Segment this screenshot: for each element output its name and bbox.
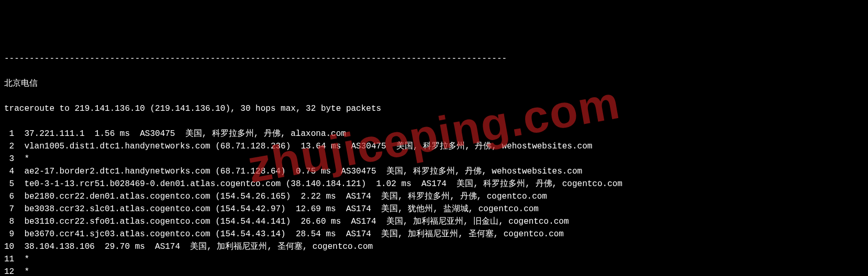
hop-number: 5 (4, 178, 14, 190)
hops-container: 137.221.111.1 1.56 ms AS30475 美国, 科罗拉多州,… (4, 128, 864, 276)
hop-number: 2 (4, 140, 14, 153)
hop-row: 8be3110.ccr22.sfo01.atlas.cogentco.com (… (4, 215, 864, 228)
hop-text: * (24, 253, 29, 266)
hop-number: 1 (4, 128, 14, 140)
hop-text: 38.104.138.106 29.70 ms AS174 美国, 加利福尼亚州… (24, 240, 373, 253)
hop-text: be3038.ccr32.slc01.atlas.cogentco.com (1… (24, 203, 539, 215)
hop-row: 7be3038.ccr32.slc01.atlas.cogentco.com (… (4, 203, 864, 215)
traceroute-title: 北京电信 (4, 77, 864, 90)
hop-text: be2180.ccr22.den01.atlas.cogentco.com (1… (24, 190, 547, 203)
hop-row: 2vlan1005.dist1.dtc1.handynetworks.com (… (4, 140, 864, 153)
hop-number: 7 (4, 203, 14, 215)
hop-text: 37.221.111.1 1.56 ms AS30475 美国, 科罗拉多州, … (24, 128, 346, 140)
hop-row: 5te0-3-1-13.rcr51.b028469-0.den01.atlas.… (4, 178, 864, 190)
hop-row: 11* (4, 253, 864, 266)
hop-number: 9 (4, 228, 14, 240)
hop-number: 10 (4, 240, 14, 253)
hop-number: 12 (4, 266, 14, 276)
hop-number: 3 (4, 153, 14, 165)
hop-row: 6be2180.ccr22.den01.atlas.cogentco.com (… (4, 190, 864, 203)
hop-number: 11 (4, 253, 14, 266)
hop-number: 8 (4, 215, 14, 228)
hop-number: 6 (4, 190, 14, 203)
hop-row: 137.221.111.1 1.56 ms AS30475 美国, 科罗拉多州,… (4, 128, 864, 140)
hop-text: * (24, 153, 29, 165)
hop-text: be3110.ccr22.sfo01.atlas.cogentco.com (1… (24, 215, 569, 228)
hop-number: 4 (4, 165, 14, 178)
separator-line: ----------------------------------------… (4, 52, 864, 65)
hop-text: be3670.ccr41.sjc03.atlas.cogentco.com (1… (24, 228, 564, 240)
hop-row: 9be3670.ccr41.sjc03.atlas.cogentco.com (… (4, 228, 864, 240)
hop-row: 4ae2-17.border2.dtc1.handynetworks.com (… (4, 165, 864, 178)
traceroute-header: traceroute to 219.141.136.10 (219.141.13… (4, 102, 864, 115)
hop-text: te0-3-1-13.rcr51.b028469-0.den01.atlas.c… (24, 178, 622, 190)
hop-row: 3* (4, 153, 864, 165)
hop-row: 1038.104.138.106 29.70 ms AS174 美国, 加利福尼… (4, 240, 864, 253)
hop-text: vlan1005.dist1.dtc1.handynetworks.com (6… (24, 140, 592, 153)
hop-text: ae2-17.border2.dtc1.handynetworks.com (6… (24, 165, 582, 178)
hop-row: 12* (4, 266, 864, 276)
hop-text: * (24, 266, 29, 276)
